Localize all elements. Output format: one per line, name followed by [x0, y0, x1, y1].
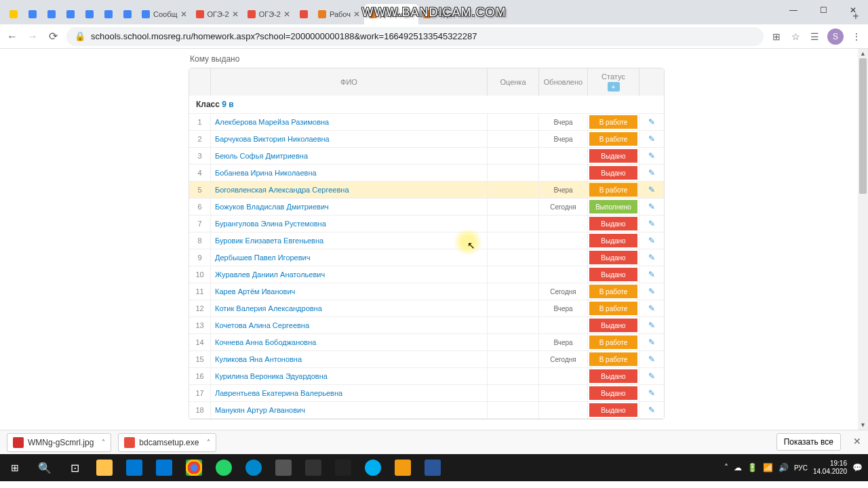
student-name-link[interactable]: Куликова Яна Антоновна — [215, 355, 302, 363]
taskbar-word[interactable] — [418, 454, 448, 481]
taskbar-app1[interactable] — [269, 454, 298, 481]
student-name-link[interactable]: Лаврентьева Екатерина Валерьевна — [215, 389, 342, 397]
tray-battery-icon[interactable]: 🔋 — [747, 463, 757, 472]
taskbar-whatsapp[interactable] — [209, 454, 239, 481]
menu-icon[interactable]: ⋮ — [850, 30, 863, 43]
student-name-link[interactable]: Журавлев Даниил Анатольевич — [215, 270, 325, 279]
edit-icon[interactable]: ✎ — [648, 287, 655, 296]
edit-icon[interactable]: ✎ — [648, 168, 655, 178]
reload-button[interactable]: ⟳ — [46, 30, 60, 43]
edit-icon[interactable]: ✎ — [648, 117, 655, 127]
edit-icon[interactable]: ✎ — [648, 151, 655, 161]
browser-tab[interactable] — [61, 4, 80, 24]
browser-tab[interactable] — [294, 4, 313, 24]
address-field[interactable]: 🔒 schools.school.mosreg.ru/homework.aspx… — [66, 27, 764, 46]
download-item[interactable]: bdcamsetup.exe˄ — [118, 433, 216, 452]
grade-cell — [488, 148, 539, 164]
student-name-link[interactable]: Бобанева Ирина Николаевна — [215, 169, 317, 177]
tab-close-icon[interactable]: ✕ — [232, 9, 239, 19]
taskbar-skype[interactable] — [358, 454, 388, 481]
student-name-link[interactable]: Барчукова Виктория Николаевна — [215, 135, 330, 143]
edit-icon[interactable]: ✎ — [648, 354, 655, 364]
star-icon[interactable]: ☆ — [789, 30, 802, 43]
back-button[interactable]: ← — [5, 30, 19, 43]
browser-tab[interactable] — [118, 4, 137, 24]
taskbar-edge[interactable] — [149, 454, 179, 481]
taskbar-search[interactable]: 🔍 — [30, 454, 60, 481]
scroll-down-icon[interactable]: ▼ — [858, 420, 868, 430]
start-button[interactable]: ⊞ — [0, 454, 30, 481]
browser-tab[interactable] — [42, 4, 61, 24]
edit-icon[interactable]: ✎ — [648, 321, 655, 330]
vertical-scrollbar[interactable]: ▲ ▼ — [858, 49, 868, 430]
tab-close-icon[interactable]: ✕ — [353, 9, 360, 19]
show-all-downloads[interactable]: Показать все — [776, 433, 841, 451]
edit-icon[interactable]: ✎ — [648, 253, 655, 262]
edit-icon[interactable]: ✎ — [648, 236, 655, 245]
status-plus-icon[interactable]: + — [608, 82, 620, 92]
forward-button[interactable]: → — [26, 30, 39, 43]
window-minimize[interactable]: ― — [778, 0, 808, 20]
browser-tab[interactable] — [4, 4, 23, 24]
tray-cloud-icon[interactable]: ☁ — [734, 463, 742, 472]
student-name-link[interactable]: Беюль Софья Дмитриевна — [215, 152, 308, 160]
student-name-link[interactable]: Божуков Владислав Дмитриевич — [215, 203, 329, 211]
student-name-link[interactable]: Кочнева Анна Бободжановна — [215, 338, 316, 346]
edit-icon[interactable]: ✎ — [648, 185, 655, 195]
browser-tab[interactable]: Рабоч✕ — [313, 4, 364, 24]
edit-icon[interactable]: ✎ — [648, 371, 655, 381]
taskbar-mail[interactable] — [119, 454, 149, 481]
student-name-link[interactable]: Курилина Вероника Эдуардовна — [215, 372, 328, 380]
taskbar-app3[interactable] — [328, 454, 358, 481]
edit-icon[interactable]: ✎ — [648, 405, 655, 415]
browser-tab[interactable]: ОГЭ-2✕ — [243, 4, 294, 24]
edit-icon[interactable]: ✎ — [648, 202, 655, 211]
edit-icon[interactable]: ✎ — [648, 304, 655, 313]
student-name-link[interactable]: Карев Артём Иванович — [215, 287, 295, 296]
taskbar-explorer[interactable] — [90, 454, 119, 481]
window-close[interactable]: ✕ — [838, 0, 868, 20]
browser-tab[interactable] — [23, 4, 42, 24]
window-maximize[interactable]: ☐ — [808, 0, 838, 20]
student-name-link[interactable]: Манукян Артур Агванович — [215, 406, 305, 414]
chevron-up-icon[interactable]: ˄ — [207, 439, 210, 446]
taskbar-app4[interactable] — [388, 454, 418, 481]
scrollbar-thumb[interactable] — [859, 58, 867, 194]
edit-icon[interactable]: ✎ — [648, 388, 655, 398]
browser-tab[interactable] — [99, 4, 118, 24]
edit-icon[interactable]: ✎ — [648, 270, 655, 279]
qr-icon[interactable]: ⊞ — [770, 30, 783, 43]
download-item[interactable]: WMNg-gScmrl.jpg˄ — [7, 433, 111, 452]
close-downloads-bar[interactable]: ✕ — [853, 436, 861, 447]
student-name-link[interactable]: Котик Валерия Александровна — [215, 304, 322, 312]
browser-tab[interactable] — [80, 4, 99, 24]
student-name-link[interactable]: Алекберова Марейза Разимовна — [215, 118, 329, 126]
student-name-link[interactable]: Богоявленская Александра Сергеевна — [215, 186, 349, 194]
class-name-link[interactable]: 9 в — [222, 100, 233, 109]
taskbar-app2[interactable] — [298, 454, 328, 481]
student-name-link[interactable]: Кочетова Алина Сергеевна — [215, 321, 309, 329]
student-name-link[interactable]: Бурангулова Элина Рустемовна — [215, 220, 326, 228]
tray-chevron-up-icon[interactable]: ˄ — [724, 463, 728, 472]
tray-wifi-icon[interactable]: 📶 — [763, 463, 773, 472]
edit-icon[interactable]: ✎ — [648, 338, 655, 347]
tray-clock[interactable]: 19:16 14.04.2020 — [813, 460, 847, 476]
tray-volume-icon[interactable]: 🔊 — [778, 463, 789, 472]
tray-language[interactable]: РУС — [794, 464, 808, 472]
taskbar-chrome[interactable] — [179, 454, 209, 481]
browser-tab[interactable]: Сообщ✕ — [137, 4, 191, 24]
profile-avatar[interactable]: S — [827, 28, 844, 45]
student-name-link[interactable]: Дербышев Павел Игоревич — [215, 253, 310, 262]
edit-icon[interactable]: ✎ — [648, 134, 655, 144]
chevron-up-icon[interactable]: ˄ — [102, 439, 105, 446]
scroll-up-icon[interactable]: ▲ — [858, 49, 868, 58]
edit-icon[interactable]: ✎ — [648, 219, 655, 228]
student-name-link[interactable]: Буровик Елизавета Евгеньевна — [215, 237, 323, 245]
taskbar-taskview[interactable]: ⊡ — [60, 454, 90, 481]
tab-close-icon[interactable]: ✕ — [180, 9, 187, 19]
tab-close-icon[interactable]: ✕ — [283, 9, 290, 19]
browser-tab[interactable]: ОГЭ-2✕ — [191, 4, 243, 24]
taskbar-telegram[interactable] — [239, 454, 269, 481]
reading-list-icon[interactable]: ☰ — [808, 30, 821, 43]
tray-notifications-icon[interactable]: 💬 — [852, 463, 863, 472]
